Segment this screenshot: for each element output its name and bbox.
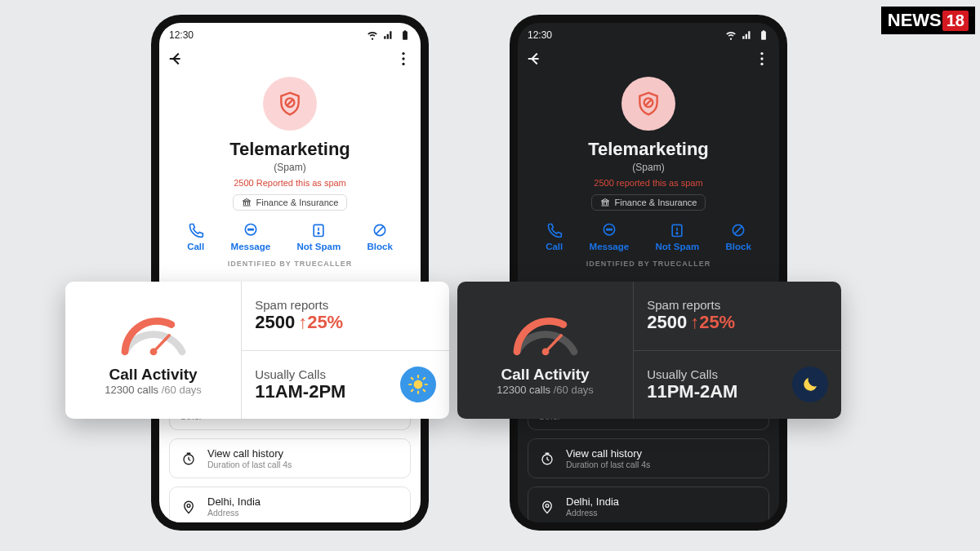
identified-by-label: IDENTIFIED BY TRUECALLER [159,260,421,268]
card-history-title: View call history [566,447,650,460]
category-chip[interactable]: Finance & Insurance [233,194,348,211]
phone-light: 12:30 Telemarketing (Spam) 2500 Reported… [151,15,429,531]
history-icon [180,451,198,466]
activity-period: /60 days [554,384,594,396]
arrow-left-icon [526,50,544,68]
report-icon [669,222,685,238]
avatar [263,77,317,131]
svg-line-41 [412,390,413,392]
usually-calls-cell: Usually Calls 11PM-2AM [634,350,841,420]
statusbar-time: 12:30 [169,29,194,41]
message-button[interactable]: Message [590,222,630,251]
call-button[interactable]: Call [546,222,563,251]
shield-spam-icon [635,91,662,117]
usually-calls-time: 11PM-2AM [647,381,737,402]
statusbar-icons [725,29,769,41]
spam-report-line: 2500 Reported this as spam [159,178,421,188]
not-spam-button[interactable]: Not Spam [297,222,341,251]
call-label: Call [187,242,204,251]
svg-point-0 [402,52,404,55]
activity-sub: 12300 calls /60 days [105,384,202,396]
card-call-history[interactable]: View call history Duration of last call … [528,438,769,478]
block-button[interactable]: Block [368,222,393,251]
call-activity-panel: Call Activity 12300 calls /60 days [457,282,634,419]
svg-point-6 [248,229,250,230]
svg-point-23 [608,229,610,230]
call-label: Call [546,242,563,251]
svg-point-31 [546,504,549,507]
phone-dark: 12:30 Telemarketing (Spam) 2500 reported… [510,15,787,531]
message-icon [243,222,259,238]
usually-calls-label: Usually Calls [647,367,737,381]
wifi-icon [367,29,378,41]
call-button[interactable]: Call [187,222,204,251]
sun-icon [400,367,436,402]
svg-point-18 [760,63,763,65]
card-call-history[interactable]: View call history Duration of last call … [169,438,411,478]
stats-overlay-dark: Call Activity 12300 calls /60 days Spam … [457,282,841,419]
more-button[interactable] [753,50,771,68]
svg-point-16 [760,52,763,55]
profile-tag: (Spam) [159,162,421,173]
profile-tag: (Spam) [518,162,779,173]
card-location-title: Delhi, India [207,495,261,508]
spam-reports-label: Spam reports [255,298,343,312]
message-button[interactable]: Message [231,222,271,251]
svg-point-1 [402,57,404,60]
activity-sub: 12300 calls /60 days [497,384,594,396]
svg-line-29 [735,226,742,233]
svg-point-22 [607,229,608,230]
category-chip[interactable]: Finance & Insurance [591,194,706,211]
wifi-icon [725,29,737,41]
svg-point-7 [250,229,252,230]
spam-count: 2500 [255,312,295,333]
info-list: Other — View call history Duration of la… [159,407,421,522]
spam-reports-label: Spam reports [647,298,735,312]
profile-name: Telemarketing [159,139,421,160]
statusbar-icons [367,29,411,41]
card-location[interactable]: Delhi, India Address [169,487,411,522]
block-label: Block [368,242,393,251]
card-history-title: View call history [207,447,292,460]
activity-calls: 12300 calls [497,384,550,396]
watermark-news18: NEWS18 [881,7,975,34]
svg-point-15 [187,504,190,507]
spam-trend: ↑25% [298,312,343,333]
usually-calls-label: Usually Calls [255,367,345,381]
svg-point-2 [402,63,404,65]
statusbar-time: 12:30 [528,29,552,41]
spam-pct: 25% [307,312,343,332]
activity-title: Call Activity [501,366,590,384]
svg-point-17 [760,57,763,60]
usually-calls-cell: Usually Calls 11AM-2PM [242,350,449,420]
activity-period: /60 days [162,384,202,396]
svg-line-40 [424,390,425,392]
not-spam-label: Not Spam [297,242,341,251]
action-row: Call Message Not Spam Block [518,211,779,258]
svg-line-20 [645,100,651,105]
identified-by-label: IDENTIFIED BY TRUECALLER [518,260,779,268]
signal-icon [383,29,394,41]
gauge-icon [109,305,198,362]
back-button[interactable] [167,50,185,68]
bank-icon [242,198,252,207]
message-label: Message [590,242,630,251]
report-icon [310,222,327,238]
more-button[interactable] [394,50,412,68]
spam-reports-value: 2500 ↑25% [255,312,343,333]
message-label: Message [231,242,271,251]
block-button[interactable]: Block [726,222,751,251]
stage: NEWS18 12:30 Telemarketing (Spam) 2500 [0,0,980,551]
screen-dark: 12:30 Telemarketing (Spam) 2500 reported… [518,23,779,522]
card-location-title: Delhi, India [566,495,619,508]
svg-line-4 [287,100,292,105]
spam-reports-value: 2500 ↑25% [647,312,735,333]
topbar [518,44,779,73]
card-history-sub: Duration of last call 4s [207,460,292,469]
card-location[interactable]: Delhi, India Address [528,487,769,522]
not-spam-button[interactable]: Not Spam [656,222,700,251]
screen-light: 12:30 Telemarketing (Spam) 2500 Reported… [159,23,421,522]
back-button[interactable] [526,50,544,68]
stats-overlay-light: Call Activity 12300 calls /60 days Spam … [65,282,449,419]
gauge-icon [501,305,590,362]
